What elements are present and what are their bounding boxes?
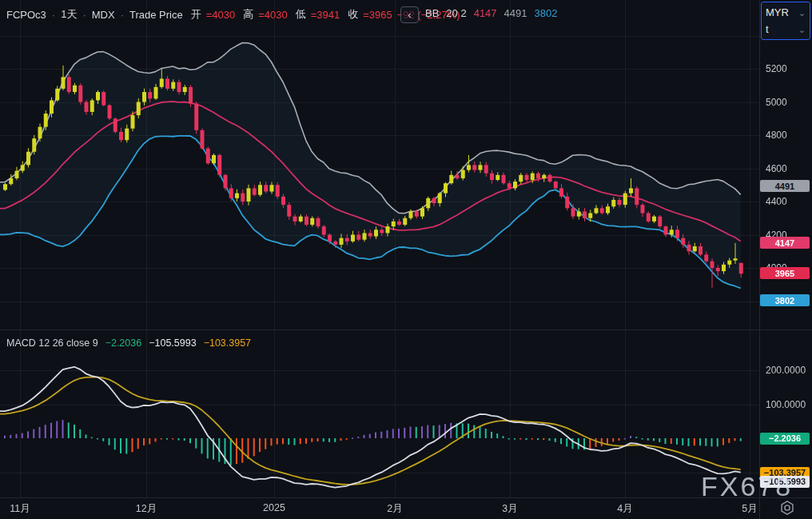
time-axis-label: 4月 (617, 502, 632, 516)
high-label: 高 (243, 7, 253, 22)
macd-indicator-legend[interactable]: MACD 12 26 close 9 −2.2036 −105.5993 −10… (6, 337, 251, 349)
series-type-label: Trade Price (129, 9, 183, 21)
macd-axis-label: 100.0000 (766, 399, 806, 410)
last-price-badge: 3965 (760, 267, 810, 279)
macd-axis-label: 200.0000 (766, 365, 806, 376)
pane-settings-button[interactable] (777, 499, 798, 517)
macd-line-value: −105.5993 (149, 337, 196, 349)
high-value: =4030 (258, 9, 288, 21)
bb-basis-value: 4147 (474, 7, 497, 19)
macd-hist-badge: −2.2036 (760, 433, 810, 445)
bb-lower-badge: 3802 (760, 294, 810, 306)
legend-separator: · (82, 9, 86, 21)
open-label: 开 (191, 7, 201, 22)
chevron-down-icon: ⌄ (798, 10, 806, 16)
close-label: 收 (348, 7, 358, 22)
time-axis-label: 5月 (742, 502, 757, 516)
time-axis-label: 12月 (136, 502, 157, 516)
time-axis-label: 11月 (10, 502, 30, 516)
macd-title: MACD 12 26 close 9 (6, 337, 98, 349)
legend-separator: · (52, 9, 55, 21)
bb-lower-value: 3802 (535, 7, 558, 19)
main-legend: FCPOc3 · 1天 · MDX · Trade Price 开=4030 高… (6, 7, 460, 22)
symbol-title[interactable]: FCPOc3 (6, 9, 46, 21)
macd-signal-value: −103.3957 (204, 337, 251, 349)
legend-separator: · (121, 9, 124, 21)
gear-icon (778, 499, 797, 517)
bb-title: BB (425, 7, 439, 19)
bb-upper-value: 4491 (504, 7, 527, 19)
chevron-down-icon: ⌄ (798, 26, 806, 33)
macd-line-badge: −105.5993 (760, 476, 810, 488)
price-axis-label: 5000 (766, 97, 787, 108)
chart-application: FCPOc3 · 1天 · MDX · Trade Price 开=4030 高… (0, 0, 812, 519)
close-value: =3965 (363, 9, 392, 21)
interval-label[interactable]: 1天 (61, 7, 77, 22)
currency-value: MYR (766, 6, 789, 18)
price-axis-label: 4600 (766, 163, 787, 174)
macd-hist-value: −2.2036 (105, 337, 142, 349)
unit-value: t (766, 23, 769, 35)
price-axis-label: 5200 (766, 63, 787, 74)
bb-indicator-legend[interactable]: BB 20 2 4147 4491 3802 (425, 7, 557, 19)
time-axis-label: 3月 (502, 502, 517, 516)
open-value: =4030 (206, 9, 236, 21)
price-axis-label: 4400 (766, 196, 787, 207)
low-label: 低 (296, 7, 306, 22)
time-axis-label: 2月 (387, 502, 402, 516)
bb-upper-badge: 4491 (760, 180, 810, 192)
bb-basis-badge: 4147 (760, 237, 810, 249)
currency-selector[interactable]: MYR ⌄ (766, 4, 806, 21)
price-axis-label: 4800 (766, 130, 787, 141)
currency-unit-widget: MYR ⌄ t ⌄ (761, 2, 810, 40)
time-axis-label: 2025 (263, 502, 285, 513)
unit-selector[interactable]: t ⌄ (766, 21, 806, 38)
exchange-label: MDX (92, 9, 115, 21)
chart-canvas[interactable] (0, 0, 812, 519)
low-value: =3941 (311, 9, 340, 21)
legend-collapse-button[interactable]: ‹ (400, 6, 419, 23)
bb-params: 20 2 (446, 7, 466, 19)
